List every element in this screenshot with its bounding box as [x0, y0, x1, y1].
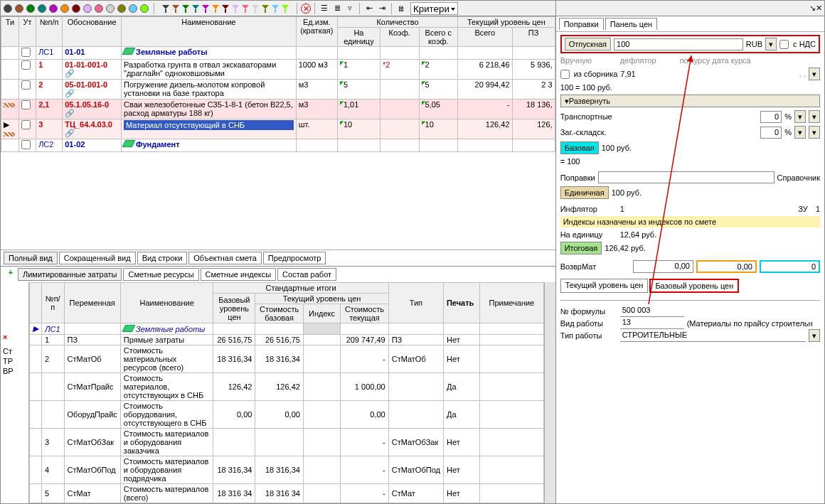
- color-dot[interactable]: [129, 4, 137, 13]
- table-row[interactable]: 2СтМатОбСтоимость материальных ресурсов …: [30, 345, 544, 373]
- rowhdr-tr[interactable]: ТР: [1, 356, 28, 366]
- col-npp[interactable]: №п/п: [36, 17, 63, 47]
- currency-dropdown[interactable]: ▾: [765, 38, 777, 50]
- rowhdr-st[interactable]: Ст: [1, 346, 28, 356]
- transp-value[interactable]: 0: [760, 111, 782, 123]
- view-tab[interactable]: Вид строки: [137, 252, 188, 264]
- col-cur[interactable]: Текущий уровень цен: [458, 17, 555, 28]
- vscrollbar[interactable]: [544, 282, 555, 503]
- bcol-naim[interactable]: Наименование: [120, 283, 213, 323]
- move-right-icon[interactable]: ⇥: [376, 3, 388, 14]
- bottom-tab[interactable]: Сметные ресурсы: [123, 268, 198, 281]
- filter-icon[interactable]: ▿: [344, 3, 356, 14]
- col-kol[interactable]: Количество: [337, 17, 457, 28]
- funnel-icon[interactable]: [162, 5, 169, 12]
- transp-dd[interactable]: ▾: [794, 110, 806, 123]
- add-icon[interactable]: +: [5, 268, 16, 279]
- nform-field[interactable]: 500 003: [620, 305, 684, 317]
- col-naim[interactable]: Наименование: [122, 17, 297, 47]
- funnel-icon[interactable]: [222, 5, 229, 12]
- sprav-link[interactable]: Справочник: [777, 173, 821, 182]
- col-kol-koef[interactable]: Коэф.: [380, 28, 419, 47]
- funnel-icon[interactable]: [172, 5, 179, 12]
- estimate-table[interactable]: Ти Ут №п/п Обоснование Наименование Ед.и…: [1, 16, 555, 250]
- clear-icon[interactable]: ✕: [301, 4, 311, 14]
- tab-base-level[interactable]: Базовый уровень цен: [649, 279, 739, 293]
- color-dot[interactable]: [140, 4, 149, 13]
- color-dot[interactable]: [26, 4, 35, 13]
- table-row[interactable]: 2,105.1.05.16-0🔗 Сваи железобетонные С35…: [1, 100, 555, 119]
- view-tab[interactable]: Предпросмотр: [263, 252, 326, 264]
- edin-button[interactable]: Единичная: [560, 186, 609, 199]
- table-row[interactable]: 101-01-001-0🔗 Разработка грунта в отвал …: [1, 60, 555, 80]
- color-filter-funnels[interactable]: [162, 5, 289, 12]
- color-dot[interactable]: [15, 4, 23, 13]
- izsb-dropdown[interactable]: ▾: [809, 68, 820, 80]
- table-row[interactable]: 3СтМатОбЗакСтоимость материалов и оборуд…: [30, 429, 544, 456]
- view-tab[interactable]: Объектная смета: [188, 252, 262, 264]
- col-kol-vsego[interactable]: Всего с коэф.: [419, 28, 458, 47]
- zag-dd[interactable]: ▾: [794, 126, 806, 139]
- color-dot[interactable]: [38, 4, 46, 13]
- bcol-cur[interactable]: Текущий уровень цен: [255, 294, 388, 304]
- vozvr-field3[interactable]: 0: [760, 260, 820, 273]
- table-row[interactable]: СтМатПрайсСтоимость материалов, отсутств…: [30, 373, 544, 401]
- row-check[interactable]: [21, 120, 31, 129]
- col-ut[interactable]: Ут: [19, 17, 36, 47]
- funnel-icon[interactable]: [262, 5, 269, 12]
- tipr-dd[interactable]: ▾: [809, 329, 820, 342]
- table-row[interactable]: ▶ЛС1 Земляные работы: [30, 323, 544, 335]
- color-dot[interactable]: [83, 4, 92, 13]
- view-tab[interactable]: Полный вид: [4, 252, 58, 264]
- bcol-base[interactable]: Базовый уровень цен: [213, 294, 255, 323]
- bcol-stb[interactable]: Стоимость базовая: [255, 304, 304, 323]
- table-row[interactable]: ЛС201-02 Фундамент: [1, 139, 555, 152]
- itog-button[interactable]: Итоговая: [560, 242, 602, 254]
- bottom-tab[interactable]: Сметные индексы: [201, 268, 277, 281]
- izsb-checkbox[interactable]: [560, 70, 570, 79]
- critery-button[interactable]: Критери: [410, 2, 458, 15]
- bcol-var[interactable]: Переменная: [64, 283, 120, 323]
- tipr-field[interactable]: СТРОИТЕЛЬНЫЕ: [620, 330, 806, 342]
- zag-value[interactable]: 0: [760, 127, 782, 139]
- transp-dd2[interactable]: ▾: [809, 110, 820, 123]
- otpusk-value-field[interactable]: 100: [614, 38, 743, 50]
- funnel-icon[interactable]: [232, 5, 239, 12]
- table-row[interactable]: ОборудПрайсСтоимость оборудования, отсут…: [30, 401, 544, 429]
- col-cur-vsego[interactable]: Всего: [458, 28, 512, 47]
- row-check[interactable]: [21, 60, 31, 70]
- nds-checkbox[interactable]: [779, 40, 789, 49]
- color-dot[interactable]: [117, 4, 126, 13]
- table-row[interactable]: 5СтМатСтоимость материалов (всего) 18 31…: [30, 484, 544, 503]
- color-dot[interactable]: [106, 4, 115, 13]
- tab-price-panel[interactable]: Панель цен: [605, 18, 657, 30]
- color-dot[interactable]: [4, 4, 12, 13]
- funnel-icon[interactable]: [212, 5, 219, 12]
- funnel-icon[interactable]: [192, 5, 199, 12]
- color-filter-dots[interactable]: [4, 4, 149, 13]
- table-row[interactable]: ЛС101-01 Земляные работы: [1, 47, 555, 60]
- vozvr-field2[interactable]: 0,00: [696, 260, 757, 273]
- vidr-field[interactable]: 13: [620, 317, 684, 329]
- move-left-icon[interactable]: ⇤: [363, 3, 375, 14]
- row-check[interactable]: [21, 80, 31, 90]
- color-dot[interactable]: [95, 4, 103, 13]
- funnel-icon[interactable]: [242, 5, 249, 12]
- popravki-field[interactable]: [598, 171, 775, 183]
- color-dot[interactable]: [60, 4, 69, 13]
- table-row[interactable]: 205-01-001-0🔗 Погружение дизель-молотом …: [1, 80, 555, 100]
- rowhdr-vr[interactable]: ВР: [1, 366, 28, 376]
- funnel-icon[interactable]: [272, 5, 279, 12]
- zag-dd2[interactable]: ▾: [809, 126, 820, 139]
- view-tree-icon[interactable]: ☰: [319, 3, 330, 14]
- color-dot[interactable]: [49, 4, 58, 13]
- bottom-tab[interactable]: Состав работ: [277, 268, 336, 281]
- doc-icon[interactable]: 🗎: [395, 3, 407, 14]
- tab-popravki[interactable]: Поправки: [559, 18, 604, 30]
- tab-current-level[interactable]: Текущий уровень цен: [560, 279, 649, 293]
- table-row[interactable]: 1ПЗПрямые затраты 26 516,7526 516,75209 …: [30, 335, 544, 345]
- row-check[interactable]: [21, 48, 31, 57]
- table-row[interactable]: ▶ 3ТЦ_64.4.03.0🔗 Материал отсутствующий …: [1, 119, 555, 139]
- col-osn[interactable]: Обоснование: [63, 17, 122, 47]
- bottom-tab[interactable]: Лимитированные затраты: [18, 268, 122, 281]
